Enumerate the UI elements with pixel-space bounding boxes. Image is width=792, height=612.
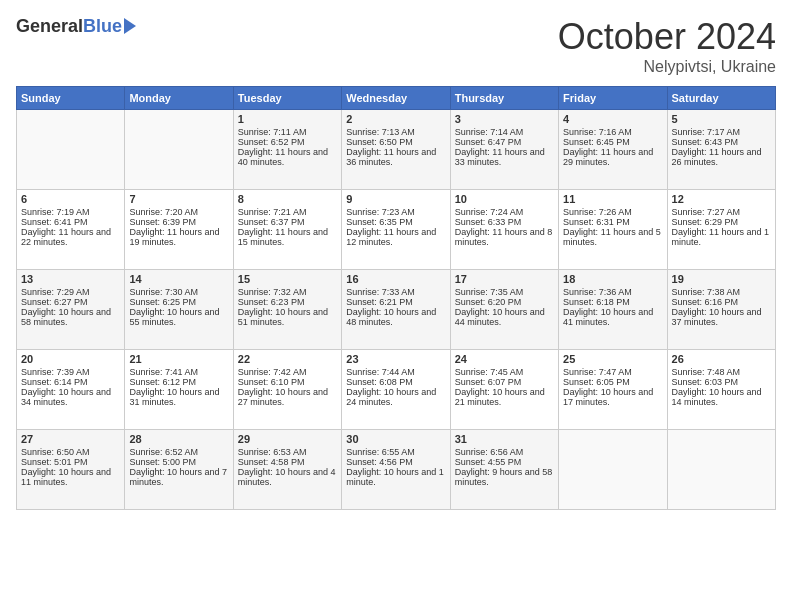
daylight-text: Daylight: 11 hours and 40 minutes. [238,147,328,167]
table-row: 3 Sunrise: 7:14 AM Sunset: 6:47 PM Dayli… [450,110,558,190]
day-number: 3 [455,113,554,125]
sunrise-text: Sunrise: 7:36 AM [563,287,632,297]
sunset-text: Sunset: 6:16 PM [672,297,739,307]
sunset-text: Sunset: 5:00 PM [129,457,196,467]
day-number: 25 [563,353,662,365]
sunrise-text: Sunrise: 7:48 AM [672,367,741,377]
sunset-text: Sunset: 6:08 PM [346,377,413,387]
logo-blue-text: Blue [83,16,122,37]
day-number: 30 [346,433,445,445]
sunrise-text: Sunrise: 6:53 AM [238,447,307,457]
day-number: 11 [563,193,662,205]
week-row-4: 20 Sunrise: 7:39 AM Sunset: 6:14 PM Dayl… [17,350,776,430]
day-number: 14 [129,273,228,285]
daylight-text: Daylight: 10 hours and 11 minutes. [21,467,111,487]
daylight-text: Daylight: 11 hours and 5 minutes. [563,227,661,247]
daylight-text: Daylight: 10 hours and 1 minute. [346,467,444,487]
day-number: 24 [455,353,554,365]
sunset-text: Sunset: 6:45 PM [563,137,630,147]
sunset-text: Sunset: 4:55 PM [455,457,522,467]
day-number: 28 [129,433,228,445]
table-row: 22 Sunrise: 7:42 AM Sunset: 6:10 PM Dayl… [233,350,341,430]
daylight-text: Daylight: 10 hours and 51 minutes. [238,307,328,327]
sunset-text: Sunset: 6:47 PM [455,137,522,147]
daylight-text: Daylight: 10 hours and 48 minutes. [346,307,436,327]
sunset-text: Sunset: 4:56 PM [346,457,413,467]
day-number: 22 [238,353,337,365]
table-row: 25 Sunrise: 7:47 AM Sunset: 6:05 PM Dayl… [559,350,667,430]
table-row: 31 Sunrise: 6:56 AM Sunset: 4:55 PM Dayl… [450,430,558,510]
table-row: 16 Sunrise: 7:33 AM Sunset: 6:21 PM Dayl… [342,270,450,350]
table-row: 13 Sunrise: 7:29 AM Sunset: 6:27 PM Dayl… [17,270,125,350]
daylight-text: Daylight: 9 hours and 58 minutes. [455,467,553,487]
logo-general-text: General [16,16,83,37]
table-row: 20 Sunrise: 7:39 AM Sunset: 6:14 PM Dayl… [17,350,125,430]
sunset-text: Sunset: 6:18 PM [563,297,630,307]
daylight-text: Daylight: 11 hours and 36 minutes. [346,147,436,167]
sunset-text: Sunset: 6:37 PM [238,217,305,227]
sunrise-text: Sunrise: 7:11 AM [238,127,307,137]
week-row-3: 13 Sunrise: 7:29 AM Sunset: 6:27 PM Dayl… [17,270,776,350]
day-number: 8 [238,193,337,205]
month-title: October 2024 [558,16,776,58]
sunrise-text: Sunrise: 7:29 AM [21,287,90,297]
table-row: 18 Sunrise: 7:36 AM Sunset: 6:18 PM Dayl… [559,270,667,350]
sunset-text: Sunset: 6:10 PM [238,377,305,387]
day-number: 23 [346,353,445,365]
sunrise-text: Sunrise: 7:17 AM [672,127,741,137]
sunrise-text: Sunrise: 6:50 AM [21,447,90,457]
day-number: 1 [238,113,337,125]
day-number: 5 [672,113,771,125]
table-row: 9 Sunrise: 7:23 AM Sunset: 6:35 PM Dayli… [342,190,450,270]
col-tuesday: Tuesday [233,87,341,110]
daylight-text: Daylight: 11 hours and 26 minutes. [672,147,762,167]
table-row: 12 Sunrise: 7:27 AM Sunset: 6:29 PM Dayl… [667,190,775,270]
logo: General Blue [16,16,136,37]
day-number: 26 [672,353,771,365]
sunrise-text: Sunrise: 6:56 AM [455,447,524,457]
week-row-5: 27 Sunrise: 6:50 AM Sunset: 5:01 PM Dayl… [17,430,776,510]
daylight-text: Daylight: 11 hours and 12 minutes. [346,227,436,247]
sunset-text: Sunset: 6:29 PM [672,217,739,227]
sunrise-text: Sunrise: 7:39 AM [21,367,90,377]
sunrise-text: Sunrise: 7:30 AM [129,287,198,297]
table-row: 30 Sunrise: 6:55 AM Sunset: 4:56 PM Dayl… [342,430,450,510]
sunrise-text: Sunrise: 7:16 AM [563,127,632,137]
sunrise-text: Sunrise: 7:14 AM [455,127,524,137]
table-row: 7 Sunrise: 7:20 AM Sunset: 6:39 PM Dayli… [125,190,233,270]
day-number: 17 [455,273,554,285]
table-row: 10 Sunrise: 7:24 AM Sunset: 6:33 PM Dayl… [450,190,558,270]
page: General Blue October 2024 Nelypivtsi, Uk… [0,0,792,612]
sunset-text: Sunset: 4:58 PM [238,457,305,467]
table-row: 24 Sunrise: 7:45 AM Sunset: 6:07 PM Dayl… [450,350,558,430]
logo-arrow-icon [124,18,136,34]
day-number: 9 [346,193,445,205]
table-row: 23 Sunrise: 7:44 AM Sunset: 6:08 PM Dayl… [342,350,450,430]
header: General Blue October 2024 Nelypivtsi, Uk… [16,16,776,76]
daylight-text: Daylight: 10 hours and 55 minutes. [129,307,219,327]
week-row-1: 1 Sunrise: 7:11 AM Sunset: 6:52 PM Dayli… [17,110,776,190]
sunrise-text: Sunrise: 7:32 AM [238,287,307,297]
title-section: October 2024 Nelypivtsi, Ukraine [558,16,776,76]
sunset-text: Sunset: 6:35 PM [346,217,413,227]
sunset-text: Sunset: 6:39 PM [129,217,196,227]
sunset-text: Sunset: 5:01 PM [21,457,88,467]
day-number: 20 [21,353,120,365]
header-row: Sunday Monday Tuesday Wednesday Thursday… [17,87,776,110]
day-number: 4 [563,113,662,125]
table-row: 1 Sunrise: 7:11 AM Sunset: 6:52 PM Dayli… [233,110,341,190]
day-number: 15 [238,273,337,285]
sunrise-text: Sunrise: 7:47 AM [563,367,632,377]
sunrise-text: Sunrise: 7:20 AM [129,207,198,217]
sunrise-text: Sunrise: 7:26 AM [563,207,632,217]
col-thursday: Thursday [450,87,558,110]
day-number: 18 [563,273,662,285]
day-number: 7 [129,193,228,205]
table-row: 11 Sunrise: 7:26 AM Sunset: 6:31 PM Dayl… [559,190,667,270]
table-row: 21 Sunrise: 7:41 AM Sunset: 6:12 PM Dayl… [125,350,233,430]
daylight-text: Daylight: 10 hours and 44 minutes. [455,307,545,327]
table-row: 17 Sunrise: 7:35 AM Sunset: 6:20 PM Dayl… [450,270,558,350]
sunset-text: Sunset: 6:03 PM [672,377,739,387]
table-row: 4 Sunrise: 7:16 AM Sunset: 6:45 PM Dayli… [559,110,667,190]
daylight-text: Daylight: 10 hours and 31 minutes. [129,387,219,407]
